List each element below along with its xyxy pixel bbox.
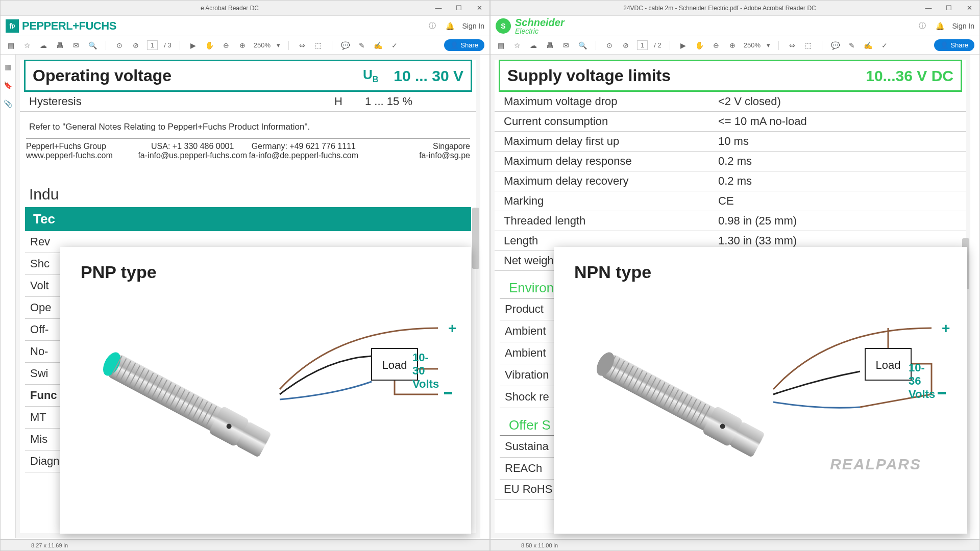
window-title: e Acrobat Reader DC xyxy=(1,5,428,12)
spec-label: Supply voltage limits xyxy=(507,66,866,85)
close-button[interactable]: ✕ xyxy=(469,1,489,16)
zoom-dropdown-icon[interactable]: ▾ xyxy=(767,41,770,49)
spec-row: Maximum delay recovery0.2 ms xyxy=(495,171,966,191)
minimize-button[interactable]: — xyxy=(428,1,449,16)
spec-value: 10...36 V DC xyxy=(866,67,953,85)
cloud-icon[interactable]: ☁ xyxy=(38,40,48,51)
comment-icon[interactable]: 💬 xyxy=(340,40,351,51)
search-icon[interactable]: 🔍 xyxy=(87,40,97,51)
bell-icon[interactable]: 🔔 xyxy=(445,21,455,31)
svg-text:Load: Load xyxy=(876,359,901,371)
hand-icon[interactable]: ✋ xyxy=(695,40,705,51)
next-page-icon[interactable]: ⊘ xyxy=(131,40,141,51)
toolbar-right: ▤ ☆ ☁ 🖶 ✉ 🔍 ⊙ ⊘ 1 / 2 ▶ ✋ ⊖ ⊕ 250%▾ ⇔ ⬚ … xyxy=(491,36,979,55)
sign-icon[interactable]: ✍ xyxy=(863,40,873,51)
zoom-value[interactable]: 250% xyxy=(254,41,271,49)
schneider-logo: S SchneiderElectric xyxy=(496,17,565,35)
search-icon[interactable]: 🔍 xyxy=(577,40,587,51)
sign-in-link[interactable]: Sign In xyxy=(462,22,484,30)
spec-table: Maximum voltage drop<2 V closed)Current … xyxy=(495,92,966,271)
titlebar-right: 24VDC - cable 2m - Schneider Electric.pd… xyxy=(491,1,979,16)
highlight-icon[interactable]: ✎ xyxy=(357,40,367,51)
prev-page-icon[interactable]: ⊙ xyxy=(114,40,125,51)
close-button[interactable]: ✕ xyxy=(959,1,979,16)
statusbar-right: 8.50 x 11.00 in xyxy=(491,539,979,550)
hysteresis-row: Hysteresis H 1 ... 15 % xyxy=(20,92,476,112)
realpars-logo: REALPARS xyxy=(830,456,921,473)
spec-row: Current consumption<= 10 mA no-load xyxy=(495,112,966,132)
zoom-value[interactable]: 250% xyxy=(744,41,761,49)
npn-title: NPN type xyxy=(574,262,947,282)
star-icon[interactable]: ☆ xyxy=(512,40,522,51)
highlight-icon[interactable]: ✎ xyxy=(847,40,857,51)
minus-icon xyxy=(938,392,946,394)
page-number[interactable]: 1 xyxy=(637,40,648,50)
minus-icon xyxy=(444,392,452,394)
fit-page-icon[interactable]: ⬚ xyxy=(313,40,324,51)
mail-icon[interactable]: ✉ xyxy=(561,40,571,51)
maximize-button[interactable]: ☐ xyxy=(449,1,469,16)
zoom-out-icon[interactable]: ⊖ xyxy=(711,40,721,51)
pointer-icon[interactable]: ▶ xyxy=(678,40,689,51)
attachment-icon[interactable]: 📎 xyxy=(3,98,13,109)
company-footer: Pepperl+Fuchs Groupwww.pepperl-fuchs.com… xyxy=(26,138,470,160)
npn-overlay-card: NPN type Load + xyxy=(554,247,967,534)
pnp-title: PNP type xyxy=(81,262,451,282)
share-button[interactable]: 👤Share xyxy=(444,39,484,51)
sign-icon[interactable]: ✍ xyxy=(373,40,383,51)
share-person-icon: 👤 xyxy=(940,41,948,49)
zoom-in-icon[interactable]: ⊕ xyxy=(727,40,738,51)
share-button[interactable]: 👤Share xyxy=(934,39,974,51)
fit-width-icon[interactable]: ⇔ xyxy=(787,40,797,51)
operating-voltage-highlight: Operating voltage UB 10 ... 30 V xyxy=(24,60,472,92)
bookmark-icon[interactable]: 🔖 xyxy=(3,80,13,90)
fit-page-icon[interactable]: ⬚ xyxy=(803,40,814,51)
thumbnails-icon[interactable]: ▥ xyxy=(3,62,13,72)
statusbar-left: 8.27 x 11.69 in xyxy=(1,539,489,550)
sidebar-toggle-icon[interactable]: ▤ xyxy=(496,40,506,51)
spec-value: 10 ... 30 V xyxy=(394,67,463,85)
mail-icon[interactable]: ✉ xyxy=(71,40,81,51)
spec-label: Operating voltage xyxy=(33,66,363,85)
stamp-icon[interactable]: ✓ xyxy=(389,40,400,51)
zoom-in-icon[interactable]: ⊕ xyxy=(237,40,248,51)
pointer-icon[interactable]: ▶ xyxy=(188,40,199,51)
load-label: Load xyxy=(382,359,407,371)
zoom-dropdown-icon[interactable]: ▾ xyxy=(277,41,280,49)
next-page-icon[interactable]: ⊘ xyxy=(621,40,631,51)
spec-row: Maximum delay response0.2 ms xyxy=(495,152,966,171)
window-title: 24VDC - cable 2m - Schneider Electric.pd… xyxy=(491,5,918,12)
maximize-button[interactable]: ☐ xyxy=(939,1,959,16)
prev-page-icon[interactable]: ⊙ xyxy=(604,40,615,51)
page-total: / 3 xyxy=(164,41,171,49)
brand-text: PEPPERL+FUCHS xyxy=(22,19,116,33)
bell-icon[interactable]: 🔔 xyxy=(935,21,945,31)
voltage-range-pnp: 10-30 Volts xyxy=(412,351,439,391)
print-icon[interactable]: 🖶 xyxy=(55,40,65,51)
star-icon[interactable]: ☆ xyxy=(22,40,32,51)
pnp-overlay-card: PNP type Load + xyxy=(60,247,471,534)
comment-icon[interactable]: 💬 xyxy=(830,40,841,51)
supply-voltage-highlight: Supply voltage limits 10...36 V DC xyxy=(499,60,962,92)
npn-diagram: Load + xyxy=(574,292,932,476)
spec-row: Threaded length0.98 in (25 mm) xyxy=(495,211,966,231)
spec-row: Maximum voltage drop<2 V closed) xyxy=(495,92,966,112)
technical-data-band: Tec xyxy=(25,207,471,231)
minimize-button[interactable]: — xyxy=(918,1,939,16)
fit-width-icon[interactable]: ⇔ xyxy=(297,40,307,51)
zoom-out-icon[interactable]: ⊖ xyxy=(221,40,231,51)
sign-in-link[interactable]: Sign In xyxy=(952,22,974,30)
help-icon[interactable]: ⓘ xyxy=(427,21,437,31)
help-icon[interactable]: ⓘ xyxy=(917,21,927,31)
stamp-icon[interactable]: ✓ xyxy=(879,40,890,51)
page-number[interactable]: 1 xyxy=(147,40,158,50)
titlebar-left: e Acrobat Reader DC — ☐ ✕ xyxy=(1,1,489,16)
left-nav-sidebar: ▥ 🔖 📎 xyxy=(1,55,16,538)
cloud-icon[interactable]: ☁ xyxy=(528,40,538,51)
print-icon[interactable]: 🖶 xyxy=(545,40,555,51)
pnp-diagram: Load + xyxy=(81,292,438,476)
sidebar-toggle-icon[interactable]: ▤ xyxy=(6,40,16,51)
hand-icon[interactable]: ✋ xyxy=(205,40,215,51)
scrollbar-handle[interactable] xyxy=(472,208,479,269)
share-person-icon: 👤 xyxy=(450,41,458,49)
